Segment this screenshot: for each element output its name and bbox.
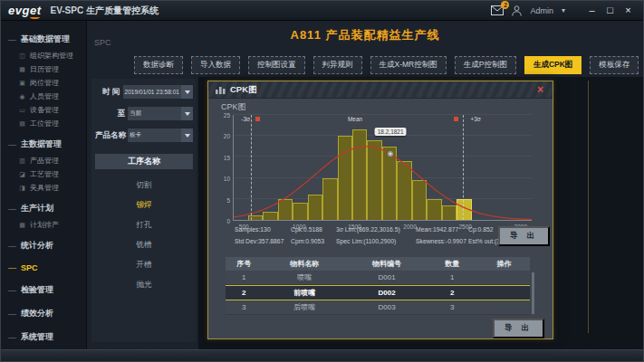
sidebar-item[interactable]: ▤工位管理 bbox=[1, 117, 86, 130]
table-cell: D002 bbox=[347, 289, 426, 297]
usl-label: +3σ bbox=[470, 116, 480, 122]
titlebar-right: 2 Admin ▾ – □ × bbox=[491, 5, 636, 17]
sidebar-group-header-7[interactable]: —系统管理 bbox=[1, 328, 86, 347]
dialog-close-icon[interactable]: × bbox=[537, 84, 543, 95]
mail-badge: 2 bbox=[501, 1, 509, 9]
dialog-titlebar[interactable]: CPK图 × bbox=[208, 81, 553, 99]
sidebar-item[interactable]: ◨夹具管理 bbox=[1, 181, 86, 195]
process-item[interactable]: 打孔 bbox=[137, 220, 152, 231]
sidebar-group-header-5[interactable]: —检验管理 bbox=[1, 281, 86, 300]
time-filter-row: 时 间 2019/01/01 23:58:01 bbox=[95, 85, 193, 99]
sidebar-item-label: 产品管理 bbox=[30, 156, 59, 166]
to-select-arrow[interactable] bbox=[181, 107, 193, 120]
sidebar-group-header-6[interactable]: —绩效分析 bbox=[1, 304, 86, 323]
stats-panel: Samples:130Cpk:0.51883σ Lim:(869.22,3016… bbox=[235, 226, 534, 250]
sidebar-group: —统计分析 bbox=[1, 236, 86, 255]
material-table: 序号物料名称物料编号数量操作 1喷嘴D00112前喷嘴D00223后喷嘴D003… bbox=[226, 257, 530, 315]
chart-icon bbox=[216, 85, 226, 94]
process-item[interactable]: 开槽 bbox=[137, 260, 152, 271]
minimize-button[interactable]: – bbox=[584, 5, 600, 17]
table-scrollbar[interactable] bbox=[532, 272, 534, 314]
chevron-down-icon[interactable]: ▾ bbox=[562, 6, 565, 14]
import-data-button[interactable]: 导入数据 bbox=[191, 56, 240, 74]
sidebar-group-label: 统计分析 bbox=[21, 240, 53, 252]
table-row[interactable]: 1喷嘴D0011 bbox=[226, 271, 530, 285]
device-icon: ▭ bbox=[18, 107, 26, 114]
time-value: 2019/01/01 23:58:01 bbox=[123, 85, 182, 99]
y-tick-label: 25 bbox=[224, 112, 230, 119]
generate-xmr-chart-button[interactable]: 生成X-MR控制图 bbox=[370, 56, 447, 74]
judge-rules-button[interactable]: 判异规则 bbox=[313, 56, 362, 74]
sidebar-group-header-1[interactable]: —主数据管理 bbox=[1, 135, 86, 154]
stat-item: 3σ Lim:(869.22,3016.5) bbox=[336, 226, 416, 233]
sidebar-item[interactable]: ▣岗位管理 bbox=[1, 76, 86, 90]
app-window: evget EV-SPC 生产质量管控系统 2 Admin ▾ – □ × bbox=[0, 0, 644, 362]
sidebar-group-label: 绩效分析 bbox=[21, 308, 53, 319]
process-item[interactable]: 铣槽 bbox=[137, 240, 152, 251]
window-controls: – □ × bbox=[584, 5, 636, 17]
product-value: 板卡 bbox=[128, 129, 181, 142]
to-value: 当前 bbox=[128, 107, 181, 120]
y-tick-label: 10 bbox=[224, 176, 230, 182]
process-item[interactable]: 抛光 bbox=[137, 280, 152, 291]
page-title: A811 产品装配精益生产线 bbox=[87, 27, 643, 43]
time-select[interactable]: 2019/01/01 23:58:01 bbox=[123, 85, 194, 99]
table-cell: 喷嘴 bbox=[262, 272, 347, 282]
time-label: 时 间 bbox=[95, 87, 123, 98]
product-select[interactable]: 板卡 bbox=[128, 129, 193, 142]
sidebar-group-header-3[interactable]: —统计分析 bbox=[1, 236, 86, 255]
sidebar: —基础数据管理◫组织架构管理▦日历管理▣岗位管理◉人员管理▭设备管理▤工位管理—… bbox=[1, 21, 87, 349]
sidebar-item[interactable]: ▥产品管理 bbox=[1, 154, 86, 167]
table-row[interactable]: 2前喷嘴D0022 bbox=[226, 285, 530, 300]
sidebar-group: —生产计划▦计划排产 bbox=[1, 199, 86, 232]
sidebar-item-label: 岗位管理 bbox=[30, 78, 59, 88]
lsl-line bbox=[251, 115, 252, 220]
sidebar-item[interactable]: ◪工艺管理 bbox=[1, 167, 86, 181]
status-bar bbox=[1, 349, 643, 361]
export-table-button[interactable]: 导 出 bbox=[493, 319, 544, 338]
to-select[interactable]: 当前 bbox=[128, 107, 193, 120]
stat-item: Spec Lim:(1100,2900) bbox=[336, 238, 416, 244]
sidebar-group-header-2[interactable]: —生产计划 bbox=[1, 199, 86, 218]
sidebar-item[interactable]: ◫组织架构管理 bbox=[1, 49, 86, 62]
sidebar-group-header-4[interactable]: —SPC bbox=[1, 260, 86, 276]
cpk-chart: 0510152025 -3σMean+3σ18.2,1821 500100015… bbox=[219, 106, 534, 233]
export-chart-button[interactable]: 导 出 bbox=[498, 226, 550, 246]
sidebar-item-label: 人员管理 bbox=[30, 91, 59, 101]
template-save-button[interactable]: 模板保存 bbox=[590, 56, 639, 74]
sidebar-group-label: 系统管理 bbox=[21, 331, 53, 343]
sidebar-group: —主数据管理▥产品管理◪工艺管理◨夹具管理 bbox=[1, 135, 86, 195]
dialog-title: CPK图 bbox=[230, 84, 257, 96]
time-select-arrow[interactable] bbox=[181, 85, 193, 99]
title-bar: evget EV-SPC 生产质量管控系统 2 Admin ▾ – □ × bbox=[1, 1, 643, 21]
data-point-marker bbox=[388, 151, 393, 157]
sidebar-item[interactable]: ▦日历管理 bbox=[1, 62, 86, 76]
process-item[interactable]: 铆焊 bbox=[137, 200, 152, 211]
close-button[interactable]: × bbox=[620, 5, 636, 17]
table-row[interactable]: 3后喷嘴D0033 bbox=[226, 300, 530, 315]
process-list: 切割铆焊打孔铣槽开槽抛光 bbox=[95, 169, 193, 291]
maximize-button[interactable]: □ bbox=[602, 5, 618, 17]
data-diagnosis-button[interactable]: 数据诊断 bbox=[134, 56, 183, 74]
sidebar-item[interactable]: ◉人员管理 bbox=[1, 90, 86, 103]
table-header-cell: 物料名称 bbox=[262, 259, 347, 269]
process-item[interactable]: 切割 bbox=[137, 180, 152, 191]
cpk-plot: -3σMean+3σ18.2,1821 bbox=[233, 115, 532, 221]
product-select-arrow[interactable] bbox=[181, 129, 193, 142]
control-chart-settings-button[interactable]: 控制图设置 bbox=[248, 56, 305, 74]
sidebar-group-header-0[interactable]: —基础数据管理 bbox=[1, 30, 86, 49]
generate-cpk-chart-button[interactable]: 生成CPK图 bbox=[524, 56, 582, 74]
mail-button[interactable]: 2 bbox=[491, 5, 504, 15]
sidebar-item[interactable]: ▦计划排产 bbox=[1, 218, 86, 232]
generate-p-chart-button[interactable]: 生成P控制图 bbox=[455, 56, 516, 74]
sidebar-item-label: 组织架构管理 bbox=[30, 51, 73, 61]
sidebar-group-label: 主数据管理 bbox=[21, 138, 62, 150]
main-content: A811 产品装配精益生产线 SPC 数据诊断导入数据控制图设置判异规则生成X-… bbox=[87, 21, 643, 349]
fixture-icon: ◨ bbox=[18, 185, 26, 192]
org-chart-icon: ◫ bbox=[18, 52, 26, 60]
window-body: —基础数据管理◫组织架构管理▦日历管理▣岗位管理◉人员管理▭设备管理▤工位管理—… bbox=[1, 21, 643, 349]
sidebar-item[interactable]: ▭设备管理 bbox=[1, 103, 86, 117]
table-cell: D003 bbox=[347, 303, 426, 311]
table-cell: 1 bbox=[226, 273, 262, 281]
user-menu[interactable]: Admin bbox=[530, 6, 553, 15]
